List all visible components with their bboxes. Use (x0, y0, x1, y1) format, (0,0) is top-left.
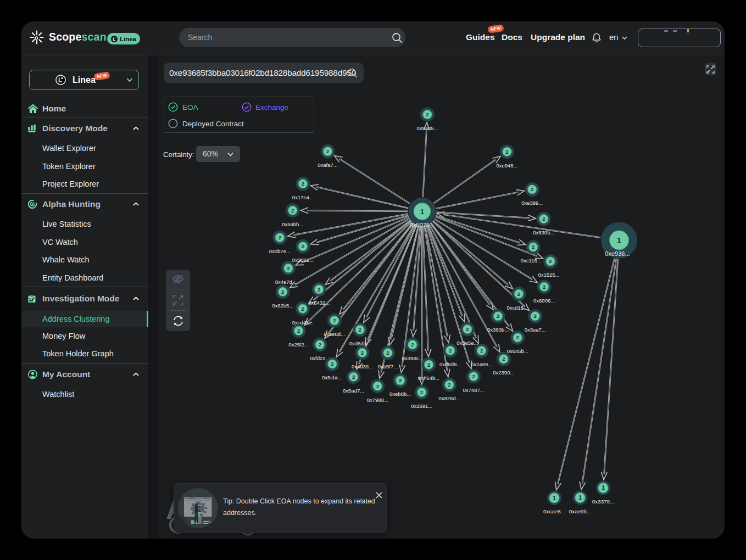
svg-text:0x17e4...: 0x17e4... (292, 194, 314, 200)
svg-text:2: 2 (319, 341, 321, 348)
svg-text:0xce8d...: 0xce8d... (324, 331, 346, 337)
svg-text:0x4e7d...: 0x4e7d... (275, 279, 297, 285)
svg-text:0x6006...: 0x6006... (533, 298, 555, 304)
svg-text:0x5a05...: 0x5a05... (416, 125, 438, 131)
svg-text:1: 1 (420, 208, 425, 216)
svg-text:2: 2 (301, 306, 304, 312)
svg-text:0x3ea7...: 0x3ea7... (525, 327, 546, 333)
svg-text:2: 2 (516, 334, 519, 340)
svg-text:2: 2 (318, 287, 320, 293)
svg-text:2: 2 (361, 350, 364, 356)
svg-text:0x2051...: 0x2051... (292, 257, 314, 263)
svg-text:0x2390...: 0x2390... (493, 369, 514, 376)
svg-text:0x764b...: 0x764b... (418, 375, 439, 381)
svg-text:0x360b...: 0x360b... (487, 327, 509, 333)
svg-text:0xafa7...: 0xafa7... (318, 162, 337, 168)
svg-text:2: 2 (302, 243, 304, 249)
svg-text:0x2469...: 0x2469... (471, 361, 492, 367)
svg-text:0x1525...: 0x1525... (538, 272, 559, 278)
svg-text:2: 2 (448, 382, 450, 388)
svg-text:2: 2 (542, 216, 545, 222)
svg-text:2: 2 (376, 383, 379, 389)
svg-text:2: 2 (472, 373, 475, 379)
svg-text:2: 2 (420, 389, 423, 395)
svg-text:2: 2 (502, 356, 505, 362)
svg-text:0xd6dd...: 0xd6dd... (349, 340, 371, 346)
svg-text:2: 2 (426, 111, 428, 117)
svg-text:2: 2 (427, 362, 430, 368)
svg-text:2: 2 (517, 291, 520, 297)
svg-text:0xcae8...: 0xcae8... (543, 508, 565, 514)
svg-text:0x398c...: 0x398c... (402, 355, 424, 361)
svg-text:1: 1 (617, 236, 621, 244)
svg-text:1: 1 (578, 495, 582, 501)
svg-text:2: 2 (505, 149, 508, 155)
svg-text:2: 2 (497, 313, 499, 319)
svg-text:2: 2 (386, 350, 389, 356)
svg-text:0x645b...: 0x645b... (507, 348, 528, 354)
svg-text:0x6432...: 0x6432... (308, 300, 330, 306)
svg-text:0xc116...: 0xc116... (521, 257, 542, 264)
svg-text:2: 2 (399, 377, 402, 383)
svg-text:2: 2 (333, 317, 336, 323)
svg-text:0x826d...: 0x826d... (438, 395, 460, 401)
svg-text:2: 2 (281, 289, 284, 295)
svg-text:2: 2 (466, 326, 469, 332)
svg-text:2: 2 (543, 284, 545, 290)
svg-text:0xcd15...: 0xcd15... (507, 305, 528, 311)
svg-text:0x5cbc...: 0x5cbc... (322, 374, 343, 380)
svg-text:2: 2 (279, 234, 281, 240)
svg-text:0xe936...: 0xe936... (605, 250, 630, 257)
svg-text:0x7487...: 0x7487... (463, 387, 485, 393)
svg-text:0x25f2...: 0x25f2... (288, 341, 308, 348)
svg-text:0x5abb...: 0x5abb... (282, 221, 303, 227)
svg-text:0xb5f7...: 0xb5f7... (378, 363, 398, 369)
svg-text:2: 2 (331, 361, 333, 367)
svg-text:0x5076...: 0x5076... (410, 222, 435, 228)
svg-text:0x2691...: 0x2691... (411, 403, 432, 409)
svg-text:0xd8d9...: 0xd8d9... (439, 361, 461, 367)
svg-text:0x3379...: 0x3379... (592, 499, 614, 505)
svg-text:2: 2 (449, 348, 452, 354)
svg-text:1: 1 (553, 495, 556, 501)
svg-text:0x0b7e...: 0x0b7e... (269, 248, 291, 254)
svg-text:2: 2 (297, 328, 300, 334)
svg-text:2: 2 (359, 327, 361, 333)
svg-text:2: 2 (326, 148, 329, 154)
svg-text:2: 2 (302, 181, 304, 187)
svg-text:0xeb8b...: 0xeb8b... (389, 391, 411, 397)
svg-text:1: 1 (602, 485, 605, 491)
svg-text:0xcd48...: 0xcd48... (292, 320, 314, 326)
svg-text:0x3e5e...: 0x3e5e... (456, 340, 478, 346)
svg-text:2: 2 (291, 208, 294, 214)
svg-text:0xe948...: 0xe948... (496, 163, 517, 169)
svg-text:0x5ad7...: 0x5ad7... (343, 388, 364, 394)
svg-text:2: 2 (531, 186, 533, 192)
svg-text:2: 2 (480, 348, 483, 354)
svg-text:0x62b5...: 0x62b5... (272, 303, 293, 309)
svg-text:0x530b...: 0x530b... (533, 229, 554, 236)
svg-text:2: 2 (534, 313, 537, 319)
svg-text:2: 2 (549, 258, 552, 264)
svg-text:0x7988...: 0x7988... (367, 397, 388, 403)
svg-text:2: 2 (287, 265, 290, 271)
svg-text:2: 2 (532, 244, 535, 250)
svg-text:0xae0b...: 0xae0b... (569, 508, 591, 514)
svg-text:2: 2 (352, 374, 355, 380)
svg-text:2: 2 (411, 341, 414, 348)
svg-text:0x4d39...: 0x4d39... (352, 363, 373, 369)
svg-text:0xe399...: 0xe399... (521, 200, 543, 206)
